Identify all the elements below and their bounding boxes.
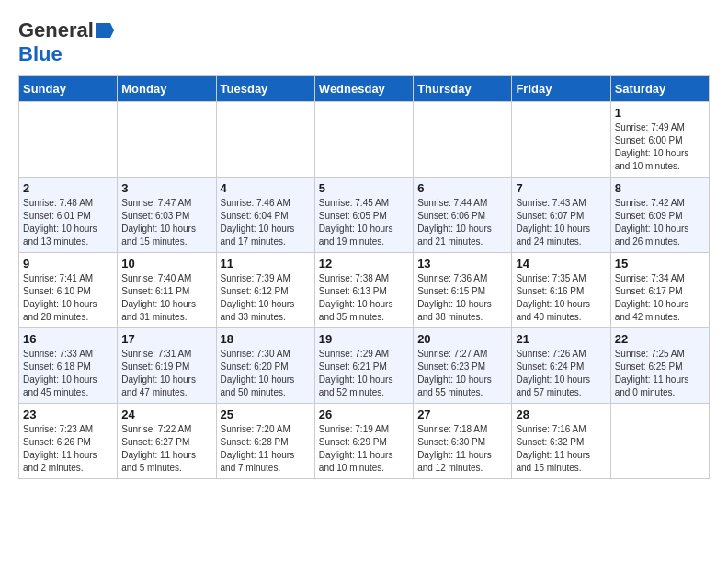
- calendar-cell: [216, 102, 314, 178]
- day-info: Sunrise: 7:18 AM Sunset: 6:30 PM Dayligh…: [417, 423, 507, 475]
- day-info: Sunrise: 7:48 AM Sunset: 6:01 PM Dayligh…: [23, 197, 113, 248]
- day-info: Sunrise: 7:27 AM Sunset: 6:23 PM Dayligh…: [417, 348, 507, 399]
- calendar-week-row: 2Sunrise: 7:48 AM Sunset: 6:01 PM Daylig…: [19, 178, 710, 253]
- calendar-cell: 13Sunrise: 7:36 AM Sunset: 6:15 PM Dayli…: [414, 253, 512, 328]
- col-header-saturday: Saturday: [610, 76, 709, 102]
- day-info: Sunrise: 7:31 AM Sunset: 6:19 PM Dayligh…: [121, 348, 211, 399]
- day-number: 10: [121, 257, 211, 270]
- col-header-friday: Friday: [512, 76, 610, 102]
- calendar-cell: 7Sunrise: 7:43 AM Sunset: 6:07 PM Daylig…: [512, 178, 610, 253]
- day-info: Sunrise: 7:29 AM Sunset: 6:21 PM Dayligh…: [319, 348, 409, 399]
- logo-flag-icon: [96, 23, 114, 38]
- calendar-cell: [314, 102, 413, 178]
- calendar-cell: 15Sunrise: 7:34 AM Sunset: 6:17 PM Dayli…: [610, 253, 709, 328]
- calendar-cell: 17Sunrise: 7:31 AM Sunset: 6:19 PM Dayli…: [118, 328, 216, 404]
- calendar-cell: [118, 102, 216, 178]
- day-info: Sunrise: 7:35 AM Sunset: 6:16 PM Dayligh…: [516, 272, 606, 324]
- col-header-wednesday: Wednesday: [314, 76, 413, 102]
- calendar-week-row: 9Sunrise: 7:41 AM Sunset: 6:10 PM Daylig…: [19, 253, 710, 328]
- calendar-cell: 5Sunrise: 7:45 AM Sunset: 6:05 PM Daylig…: [314, 178, 413, 253]
- day-number: 1: [615, 106, 705, 120]
- day-number: 22: [615, 332, 705, 346]
- day-info: Sunrise: 7:30 AM Sunset: 6:20 PM Dayligh…: [221, 348, 311, 399]
- calendar-cell: 6Sunrise: 7:44 AM Sunset: 6:06 PM Daylig…: [414, 178, 512, 253]
- calendar-cell: 16Sunrise: 7:33 AM Sunset: 6:18 PM Dayli…: [19, 328, 118, 404]
- day-number: 14: [516, 257, 606, 270]
- day-info: Sunrise: 7:38 AM Sunset: 6:13 PM Dayligh…: [319, 272, 409, 324]
- col-header-tuesday: Tuesday: [216, 76, 314, 102]
- day-info: Sunrise: 7:46 AM Sunset: 6:04 PM Dayligh…: [221, 197, 311, 248]
- day-info: Sunrise: 7:20 AM Sunset: 6:28 PM Dayligh…: [221, 423, 311, 475]
- day-number: 15: [615, 257, 705, 270]
- day-info: Sunrise: 7:25 AM Sunset: 6:25 PM Dayligh…: [615, 348, 705, 399]
- calendar-header-row: SundayMondayTuesdayWednesdayThursdayFrid…: [19, 76, 710, 102]
- header: General Blue: [18, 18, 710, 66]
- calendar-cell: 11Sunrise: 7:39 AM Sunset: 6:12 PM Dayli…: [216, 253, 314, 328]
- logo: General Blue: [18, 18, 114, 66]
- day-number: 25: [221, 408, 311, 421]
- logo-line1: General: [18, 18, 114, 42]
- calendar-cell: 25Sunrise: 7:20 AM Sunset: 6:28 PM Dayli…: [216, 404, 314, 479]
- day-info: Sunrise: 7:16 AM Sunset: 6:32 PM Dayligh…: [516, 423, 606, 475]
- calendar-week-row: 23Sunrise: 7:23 AM Sunset: 6:26 PM Dayli…: [19, 404, 710, 479]
- logo-general-text: General: [18, 18, 94, 42]
- day-number: 12: [319, 257, 409, 270]
- day-number: 8: [615, 181, 705, 195]
- calendar-cell: 22Sunrise: 7:25 AM Sunset: 6:25 PM Dayli…: [610, 328, 709, 404]
- day-info: Sunrise: 7:36 AM Sunset: 6:15 PM Dayligh…: [417, 272, 507, 324]
- day-number: 28: [516, 408, 606, 421]
- calendar-cell: 2Sunrise: 7:48 AM Sunset: 6:01 PM Daylig…: [19, 178, 118, 253]
- col-header-monday: Monday: [118, 76, 216, 102]
- day-info: Sunrise: 7:43 AM Sunset: 6:07 PM Dayligh…: [516, 197, 606, 248]
- day-number: 5: [319, 181, 409, 195]
- day-number: 16: [23, 332, 113, 346]
- day-info: Sunrise: 7:23 AM Sunset: 6:26 PM Dayligh…: [23, 423, 113, 475]
- calendar-cell: 4Sunrise: 7:46 AM Sunset: 6:04 PM Daylig…: [216, 178, 314, 253]
- calendar-cell: 8Sunrise: 7:42 AM Sunset: 6:09 PM Daylig…: [610, 178, 709, 253]
- calendar-week-row: 1Sunrise: 7:49 AM Sunset: 6:00 PM Daylig…: [19, 102, 710, 178]
- calendar-cell: 24Sunrise: 7:22 AM Sunset: 6:27 PM Dayli…: [118, 404, 216, 479]
- day-info: Sunrise: 7:22 AM Sunset: 6:27 PM Dayligh…: [121, 423, 211, 475]
- calendar-cell: [414, 102, 512, 178]
- calendar-cell: 21Sunrise: 7:26 AM Sunset: 6:24 PM Dayli…: [512, 328, 610, 404]
- day-number: 3: [121, 181, 211, 195]
- day-number: 9: [23, 257, 113, 270]
- col-header-sunday: Sunday: [19, 76, 118, 102]
- calendar-cell: 14Sunrise: 7:35 AM Sunset: 6:16 PM Dayli…: [512, 253, 610, 328]
- day-number: 6: [417, 181, 507, 195]
- day-number: 24: [121, 408, 211, 421]
- calendar-cell: 9Sunrise: 7:41 AM Sunset: 6:10 PM Daylig…: [19, 253, 118, 328]
- day-number: 7: [516, 181, 606, 195]
- day-info: Sunrise: 7:39 AM Sunset: 6:12 PM Dayligh…: [221, 272, 311, 324]
- calendar-table: SundayMondayTuesdayWednesdayThursdayFrid…: [18, 75, 710, 479]
- calendar-week-row: 16Sunrise: 7:33 AM Sunset: 6:18 PM Dayli…: [19, 328, 710, 404]
- calendar-cell: 18Sunrise: 7:30 AM Sunset: 6:20 PM Dayli…: [216, 328, 314, 404]
- col-header-thursday: Thursday: [414, 76, 512, 102]
- day-info: Sunrise: 7:34 AM Sunset: 6:17 PM Dayligh…: [615, 272, 705, 324]
- day-number: 2: [23, 181, 113, 195]
- calendar-cell: [19, 102, 118, 178]
- day-info: Sunrise: 7:44 AM Sunset: 6:06 PM Dayligh…: [417, 197, 507, 248]
- day-number: 21: [516, 332, 606, 346]
- day-number: 11: [221, 257, 311, 270]
- day-info: Sunrise: 7:19 AM Sunset: 6:29 PM Dayligh…: [319, 423, 409, 475]
- day-number: 27: [417, 408, 507, 421]
- calendar-cell: 19Sunrise: 7:29 AM Sunset: 6:21 PM Dayli…: [314, 328, 413, 404]
- day-info: Sunrise: 7:45 AM Sunset: 6:05 PM Dayligh…: [319, 197, 409, 248]
- calendar-cell: 12Sunrise: 7:38 AM Sunset: 6:13 PM Dayli…: [314, 253, 413, 328]
- day-info: Sunrise: 7:47 AM Sunset: 6:03 PM Dayligh…: [121, 197, 211, 248]
- day-info: Sunrise: 7:49 AM Sunset: 6:00 PM Dayligh…: [615, 121, 705, 173]
- day-number: 17: [121, 332, 211, 346]
- day-number: 19: [319, 332, 409, 346]
- day-info: Sunrise: 7:40 AM Sunset: 6:11 PM Dayligh…: [121, 272, 211, 324]
- logo-blue-text: Blue: [18, 42, 63, 66]
- day-info: Sunrise: 7:26 AM Sunset: 6:24 PM Dayligh…: [516, 348, 606, 399]
- day-number: 13: [417, 257, 507, 270]
- day-number: 26: [319, 408, 409, 421]
- calendar-cell: [512, 102, 610, 178]
- calendar-cell: [610, 404, 709, 479]
- calendar-cell: 10Sunrise: 7:40 AM Sunset: 6:11 PM Dayli…: [118, 253, 216, 328]
- day-info: Sunrise: 7:41 AM Sunset: 6:10 PM Dayligh…: [23, 272, 113, 324]
- svg-marker-0: [96, 23, 114, 38]
- page: General Blue SundayMondayTuesdayWednesda…: [0, 0, 728, 488]
